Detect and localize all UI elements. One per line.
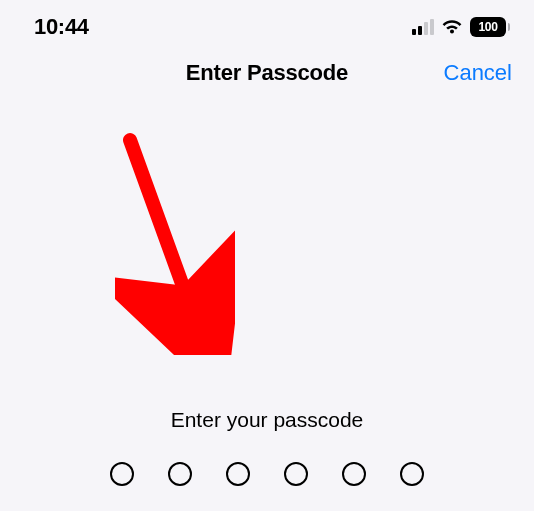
wifi-icon [441, 19, 463, 35]
battery-level: 100 [478, 20, 497, 34]
navigation-bar: Enter Passcode Cancel [0, 48, 534, 102]
passcode-dot [226, 462, 250, 486]
status-bar: 10:44 100 [0, 0, 534, 48]
annotation-arrow-icon [115, 125, 235, 359]
svg-line-0 [130, 140, 197, 325]
passcode-dot [342, 462, 366, 486]
battery-icon: 100 [470, 17, 510, 37]
passcode-dot [168, 462, 192, 486]
status-time: 10:44 [34, 14, 89, 40]
passcode-field[interactable] [0, 462, 534, 486]
passcode-dot [284, 462, 308, 486]
passcode-dot [400, 462, 424, 486]
passcode-prompt: Enter your passcode [0, 408, 534, 432]
passcode-dot [110, 462, 134, 486]
cancel-button[interactable]: Cancel [444, 60, 512, 86]
status-right: 100 [412, 17, 510, 37]
cellular-signal-icon [412, 19, 434, 35]
page-title: Enter Passcode [186, 60, 348, 86]
